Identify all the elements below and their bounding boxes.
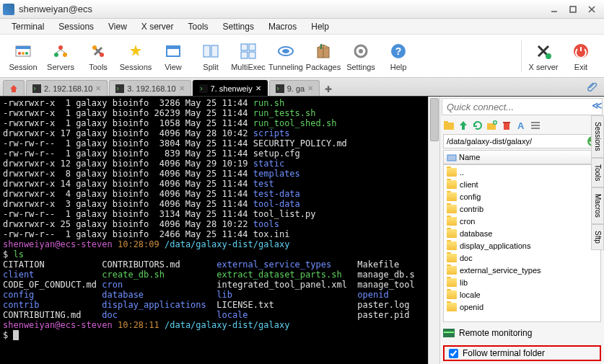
tab-home[interactable] (3, 80, 25, 96)
tool-servers[interactable]: Servers (42, 41, 79, 71)
svg-rect-37 (504, 123, 509, 130)
svg-rect-18 (241, 52, 248, 58)
file-list-header[interactable]: Name◄ (443, 150, 601, 164)
tool-packages[interactable]: Packages (305, 41, 342, 71)
file-row[interactable]: database (444, 227, 600, 239)
svg-rect-32 (276, 84, 284, 93)
menu-terminal[interactable]: Terminal (4, 20, 51, 33)
file-row[interactable]: .. (444, 166, 600, 178)
svg-rect-13 (167, 46, 180, 49)
close-icon[interactable]: ✕ (307, 84, 313, 92)
terminal[interactable]: -rwxrwxr-x 1 galaxy bioinfo 3286 May 25 … (0, 97, 428, 364)
file-row[interactable]: locale (444, 288, 600, 301)
tool-multiexec[interactable]: MultiExec (229, 41, 267, 71)
tool-help[interactable]: ?Help (380, 41, 417, 71)
tool-tunneling[interactable]: Tunneling (267, 41, 305, 71)
tab-9[interactable]: 9. ga✕ (269, 80, 320, 96)
new-tab-button[interactable]: ✚ (321, 83, 336, 96)
sessions-icon (126, 41, 146, 61)
menu-view[interactable]: View (101, 20, 134, 33)
file-row[interactable]: config (444, 190, 600, 203)
list-icon[interactable] (530, 120, 541, 131)
close-icon[interactable]: ✕ (255, 84, 261, 92)
close-icon[interactable]: ✕ (179, 84, 185, 92)
toolbar-separator (521, 40, 522, 72)
file-row[interactable]: doc (444, 252, 600, 264)
file-row[interactable]: client (444, 178, 600, 190)
folder-icon (447, 168, 457, 177)
menu-xserver[interactable]: X server (134, 20, 181, 33)
titlebar: shenweiyan@ecs (0, 0, 604, 19)
follow-terminal-folder[interactable]: Follow terminal folder (443, 345, 601, 361)
svg-rect-38 (503, 122, 510, 123)
refresh-icon[interactable] (472, 120, 483, 131)
file-row[interactable]: openid (444, 301, 600, 313)
tool-tools[interactable]: Tools (79, 41, 117, 71)
svg-rect-19 (249, 52, 255, 58)
file-list[interactable]: ..clientconfigcontribcrondatabasedisplay… (443, 164, 601, 322)
tunneling-icon (276, 41, 296, 61)
svg-text:A: A (517, 120, 525, 131)
menubar: Terminal Sessions View X server Tools Se… (0, 19, 604, 35)
menu-help[interactable]: Help (304, 20, 336, 33)
sidetab-sessions[interactable]: Sessions (591, 115, 604, 158)
maximize-button[interactable] (564, 3, 582, 16)
heartbeat-icon (443, 329, 455, 337)
tool-split[interactable]: Split (192, 41, 229, 71)
svg-text:?: ? (395, 45, 402, 57)
file-row[interactable]: lib (444, 276, 600, 288)
servers-icon (51, 41, 71, 61)
paperclip-icon[interactable] (587, 82, 598, 96)
text-icon[interactable]: A (515, 120, 527, 131)
tab-7-active[interactable]: 7. shenweiy✕ (193, 80, 268, 96)
svg-rect-33 (444, 123, 454, 130)
menu-macros[interactable]: Macros (261, 20, 304, 33)
delete-icon[interactable] (501, 120, 512, 131)
file-row[interactable]: display_applications (444, 239, 600, 252)
new-folder-icon[interactable] (486, 120, 498, 131)
sftp-path-field[interactable]: /data/galaxy-dist/galaxy/ (443, 134, 601, 148)
sidetab-macros[interactable]: Macros (591, 187, 604, 224)
tool-settings[interactable]: Settings (342, 41, 380, 71)
file-row[interactable]: contrib (444, 203, 600, 215)
tool-xserver[interactable]: X server (525, 41, 562, 71)
folder-icon (447, 278, 457, 287)
folder-icon[interactable] (443, 120, 455, 131)
terminal-scrollbar[interactable] (428, 97, 439, 364)
sidetab-tools[interactable]: Tools (591, 158, 604, 187)
tab-2[interactable]: 2. 192.168.10✕ (26, 80, 108, 96)
follow-checkbox[interactable] (449, 349, 458, 358)
minimize-button[interactable] (545, 3, 564, 16)
menu-settings[interactable]: Settings (216, 20, 261, 33)
file-row[interactable]: external_service_types (444, 264, 600, 276)
tool-view[interactable]: View (154, 41, 192, 71)
menu-tools[interactable]: Tools (181, 20, 216, 33)
toolbar: Session Servers Tools Sessions View Spli… (0, 35, 604, 78)
chevron-collapse-icon[interactable]: ≪ (592, 99, 603, 111)
quick-connect-input[interactable] (442, 98, 603, 115)
menu-sessions[interactable]: Sessions (51, 20, 101, 33)
folder-icon (447, 192, 457, 201)
side-tabs: Sessions Tools Macros Sftp (591, 115, 604, 250)
home-icon (9, 84, 18, 93)
side-panel: A ≪ /data/galaxy-dist/galaxy/ Name◄ ..cl… (439, 97, 604, 364)
svg-rect-34 (444, 121, 448, 123)
svg-rect-29 (32, 84, 41, 93)
svg-point-24 (359, 49, 363, 53)
tool-exit[interactable]: Exit (562, 41, 600, 71)
close-button[interactable] (582, 3, 601, 16)
file-row[interactable]: cron (444, 215, 600, 227)
up-icon[interactable] (458, 120, 469, 131)
svg-rect-31 (199, 84, 208, 93)
remote-monitoring[interactable]: Remote monitoring (443, 325, 601, 341)
folder-icon (447, 229, 457, 238)
sidetab-sftp[interactable]: Sftp (591, 224, 604, 250)
tool-sessions[interactable]: Sessions (117, 41, 154, 71)
tool-session[interactable]: Session (4, 41, 42, 71)
svg-rect-14 (203, 45, 210, 57)
drive-icon (447, 152, 457, 162)
scrollbar-thumb[interactable] (430, 98, 439, 141)
terminal-icon (32, 84, 41, 93)
close-icon[interactable]: ✕ (95, 84, 101, 92)
tab-3[interactable]: 3. 192.168.10✕ (109, 80, 191, 96)
